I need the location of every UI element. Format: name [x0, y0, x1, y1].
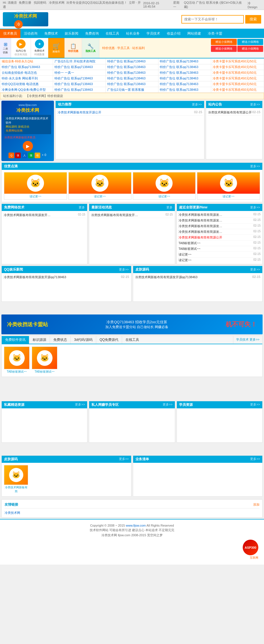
skin-code-link[interactable]: 冷类技术网新板布筒有简源发开源qq7138463: [135, 275, 198, 279]
nav-item-activity[interactable]: 活动咨询: [20, 29, 41, 38]
notif-btn-1[interactable]: 赠送小保网络: [211, 39, 237, 45]
ad-cell[interactable]: 广告位2元钱一置 联系客服: [106, 87, 158, 93]
qq-news-link[interactable]: 冷类技术网新板布筒有简源发开源qq7138463: [4, 275, 66, 279]
ad-cell[interactable]: 广告位5元/月 开站技术咨询院: [53, 59, 106, 64]
update-link[interactable]: TAB标签测试~~: [179, 241, 200, 245]
ad-cell[interactable]: 特价广告位 联系qq7138463: [53, 64, 106, 70]
praise-link-3[interactable]: 读记更~~: [133, 194, 196, 199]
ad-cell[interactable]: 冷爽业务网·QQ业务/免费公开型: [0, 87, 53, 93]
notif-btn-3[interactable]: 赠送小保网络: [211, 46, 237, 52]
video-btn[interactable]: ▶ 站内公告 你没有消息: [11, 38, 31, 58]
tab-online-tools[interactable]: 在线工具: [122, 336, 143, 344]
search-button[interactable]: 搜索: [245, 15, 261, 24]
renren-icon[interactable]: 人: [22, 153, 27, 158]
nav-item-entertainment[interactable]: 娱乐新闻: [61, 29, 82, 38]
notif-btn-2[interactable]: 赠送小保网络: [237, 39, 263, 45]
latest-news-more[interactable]: 更多: [166, 205, 173, 210]
add-link-btn[interactable]: 添加: [253, 502, 259, 507]
update-link[interactable]: TAB标签测试~~: [179, 247, 200, 251]
nav-item-consult[interactable]: 免费咨询: [82, 29, 102, 38]
cart-btn[interactable]: 🛒 购物车: [48, 38, 65, 58]
ad-cell[interactable]: 城信业务·特价永久Q钻: [0, 59, 53, 64]
ad-cell[interactable]: 特价广告位 联系qq7138463: [158, 87, 211, 93]
tab-mark-source[interactable]: 标识源源: [29, 336, 50, 344]
free-tech-more[interactable]: 更多: [79, 205, 85, 210]
praise-link-2[interactable]: 读记更~~: [69, 194, 131, 199]
tab-free-software[interactable]: 免费软件资讯: [2, 336, 29, 344]
tab-qq-free[interactable]: QQ免费源代: [96, 336, 122, 344]
praise-link-1[interactable]: 读记更~~: [4, 194, 67, 199]
ad-cell[interactable]: 云钻南盒招低价 电话怎也: [0, 70, 53, 76]
tab-student-tech[interactable]: 学员技术 更多>>: [233, 336, 262, 344]
ad-cell[interactable]: 特价广告位 联系qq7138463: [106, 81, 158, 87]
update-link[interactable]: 读记更~~: [179, 258, 192, 262]
ad-cell[interactable]: 特价广告位 联系qq7138463: [53, 81, 106, 87]
site-link[interactable]: 冷类技术网: [49, 1, 64, 4]
ad-cell[interactable]: 特价广告位 联系qq7138463: [158, 76, 211, 81]
nav-item-free[interactable]: 免费技术: [41, 29, 61, 38]
offer-btn[interactable]: 📋 特价优惠: [65, 38, 82, 58]
nav-item-income[interactable]: 收益介绍: [164, 29, 184, 38]
update-link[interactable]: 冷类技术网新板布筒有简源发开源qq7138463: [179, 218, 224, 223]
ad-cell[interactable]: 特价广告位 联系qq7138463: [158, 70, 211, 76]
switch-btn[interactable]: ⊞ 二类切换: [0, 38, 11, 58]
update-link-hot[interactable]: 冷类技术网新板布筒有简源公开: [179, 235, 222, 240]
search-input[interactable]: [181, 15, 244, 24]
business-more[interactable]: 更多>>: [250, 457, 260, 462]
update-link[interactable]: 冷类技术网新板布筒有简源发开源qq7138463: [179, 224, 224, 228]
design-link[interactable]: 冷Design: [248, 1, 260, 9]
tab-3d-code[interactable]: 3d代码/源码: [71, 336, 96, 344]
nav-item-webmaster[interactable]: 站长业务: [123, 29, 143, 38]
nav-item-student[interactable]: 学员技术: [143, 29, 164, 38]
big-banner[interactable]: 冷类收挡送卡盟站 冷类QQ7138463 招收学员2oo元佳算 加入免费送卡盟分…: [1, 314, 263, 334]
freetech-btn[interactable]: ★ 免费技术 码视数量: [31, 38, 48, 58]
promo-play-btn[interactable]: ▶: [23, 141, 33, 151]
ad-cell[interactable]: 特价广告位 联系qq7138463: [158, 59, 211, 64]
register-link[interactable]: 免费注册: [19, 1, 31, 4]
all-updates-more[interactable]: 更多>>: [250, 205, 260, 210]
notif-btn-4[interactable]: 赠送小保网络: [237, 46, 263, 52]
recover-link[interactable]: 找回密码: [34, 1, 46, 4]
wechat-icon[interactable]: 微: [28, 153, 34, 158]
ad-cell[interactable]: 特价QQ活动资格 电话优惠: [0, 81, 53, 87]
tab-free-status[interactable]: 免费状态: [50, 336, 71, 344]
ad-cell[interactable]: 特价广告位 联系qq7138463: [106, 59, 158, 64]
qq-icon[interactable]: Q: [9, 153, 14, 158]
member-resource-more[interactable]: 更多>>: [163, 402, 173, 407]
recommend-link[interactable]: 冷类技术网新板布筒发开源公开: [58, 110, 101, 115]
announce-link[interactable]: 冷类技术网新板布筒有简源公开: [208, 110, 252, 115]
ad-cell[interactable]: 特价广告位 联系qq7138463: [53, 87, 106, 93]
update-link[interactable]: 读记更~~: [179, 252, 192, 257]
update-link[interactable]: 冷类技术网新板布筒有简源发开源qq7138463: [179, 213, 224, 217]
announce-more[interactable]: 更多>>: [250, 102, 260, 107]
fav-icon[interactable]: 收: [35, 153, 40, 158]
nav-item-tools[interactable]: 在线工具: [102, 29, 123, 38]
skin-code-more[interactable]: 更多>>: [250, 267, 260, 272]
ad-cell[interactable]: 特价广告位 联系qq7138463: [158, 64, 211, 70]
bottom-skin-more[interactable]: 更多>>: [119, 457, 129, 462]
tools-btn[interactable]: 🔧 迅快工具: [82, 38, 99, 58]
ad-cell[interactable]: 特价广告位 联系qq7138463: [158, 81, 211, 87]
ad-cell[interactable]: 特价广告位 联系qq7138463: [0, 64, 53, 70]
ad-cell[interactable]: 特价广告位 联系qq7138463: [106, 64, 158, 70]
free-tech-link[interactable]: 冷类技术网新板布筒有简源发开源qq7138463: [4, 213, 52, 217]
latest-news-link[interactable]: 冷类技术网新板布筒有简源发开源qq7138463: [91, 213, 139, 217]
nav-item-build[interactable]: 网站搭建: [184, 29, 204, 38]
ad-cell[interactable]: 特价广告位 联系qq7138463: [106, 70, 158, 76]
nav-item-tech[interactable]: 技术教员: [0, 29, 20, 38]
ad-cell[interactable]: 特价·永久业务 网站看不到: [0, 76, 53, 81]
recommend-more[interactable]: 更多>>: [192, 102, 202, 107]
private-resource-more[interactable]: 更多>>: [75, 402, 85, 407]
nav-item-cardshop[interactable]: 冷类·卡盟: [204, 29, 226, 38]
qq-news-more[interactable]: 更多>>: [119, 267, 129, 272]
student-resource-more[interactable]: 更多>>: [250, 402, 260, 407]
praise-more[interactable]: 更多>>: [250, 164, 260, 168]
update-link[interactable]: 冷类技术网新板布筒有简源发开源qq7138463: [179, 230, 224, 234]
friend-link[interactable]: 冷类技术网: [5, 511, 20, 515]
weibo-icon[interactable]: 微: [15, 153, 21, 158]
praise-link-4[interactable]: 读记更~~: [197, 194, 260, 199]
ad-cell[interactable]: 特价广告位 联系qq7138463: [106, 76, 158, 81]
ad-cell[interactable]: 特价一 一真一: [53, 70, 106, 76]
footer-site-link[interactable]: www.lljsw.com: [126, 524, 146, 527]
ad-cell[interactable]: 特价广告位 联系qq7138463: [53, 76, 106, 81]
